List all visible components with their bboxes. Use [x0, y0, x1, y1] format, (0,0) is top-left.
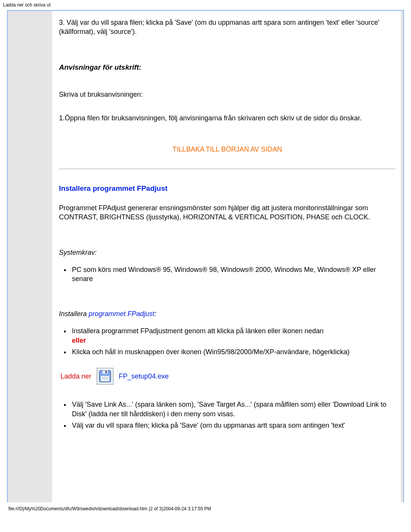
back-to-top-link[interactable]: TILLBAKA TILL BÖRJAN AV SIDAN	[59, 145, 395, 153]
back-to-top-text: TILLBAKA TILL BÖRJAN AV SIDAN	[172, 145, 282, 153]
divider	[59, 169, 395, 169]
install-prefix: Installera	[59, 310, 89, 318]
download-row: Ladda ner FP_setup04.exe	[61, 368, 395, 385]
download-file-link[interactable]: FP_setup04.exe	[119, 372, 169, 380]
page-header-title: Ladda ner och skriva ut	[3, 2, 51, 8]
list-item: Klicka och håll in musknappen över ikone…	[70, 347, 395, 356]
sysreq-item-text: PC som körs med Windows® 95, Windows® 98…	[72, 266, 376, 283]
page-header: Ladda ner och skriva ut	[0, 0, 411, 8]
sysreq-list: PC som körs med Windows® 95, Windows® 98…	[70, 265, 395, 284]
fpadjust-heading: Installera programmet FPadjust	[59, 184, 395, 193]
print-line-2: 1.Öppna filen för bruksanvisningen, följ…	[59, 113, 395, 123]
footer-text: file:///D|/My%20Documents/dfu/W9/swedish…	[8, 506, 211, 511]
post-bullet-0: Välj 'Save Link As...' (spara länken som…	[72, 401, 386, 417]
install-heading: Installera programmet FPadjust:	[59, 310, 395, 318]
floppy-disk-icon[interactable]	[97, 368, 113, 385]
content-area: 3. Välj var du vill spara filen; klicka …	[52, 11, 401, 502]
download-label: Ladda ner	[61, 372, 91, 380]
install-bullet-b: Klicka och håll in musknappen över ikone…	[72, 348, 349, 356]
post-download-list: Välj 'Save Link As...' (spara länken som…	[70, 400, 395, 430]
install-suffix: :	[155, 310, 156, 318]
list-item: Välj var du vill spara filen; klicka på …	[70, 421, 395, 430]
install-link[interactable]: programmet FPadjust	[89, 310, 155, 318]
print-line-1: Skriva ut bruksanvisningen:	[59, 90, 395, 99]
intro-step-3: 3. Välj var du vill spara filen; klicka …	[59, 18, 395, 37]
sysreq-heading: Systemkrav:	[59, 249, 395, 257]
print-heading: Anvisningar för utskrift:	[59, 63, 395, 72]
list-item: PC som körs med Windows® 95, Windows® 98…	[70, 265, 395, 284]
fpadjust-desc: Programmet FPAdjust genererar ensningsmö…	[59, 203, 395, 222]
list-item: Installera programmet FPadjustment genom…	[70, 326, 395, 345]
list-item: Välj 'Save Link As...' (spara länken som…	[70, 400, 395, 419]
svg-rect-3	[101, 376, 109, 381]
post-bullet-1: Välj var du vill spara filen; klicka på …	[72, 422, 345, 429]
outer-frame: 3. Välj var du vill spara filen; klicka …	[7, 10, 404, 502]
install-bullet-a: Installera programmet FPadjustment genom…	[72, 327, 323, 335]
svg-rect-2	[105, 371, 107, 373]
eller-text: eller	[72, 337, 86, 344]
svg-rect-1	[102, 371, 108, 374]
install-list: Installera programmet FPadjustment genom…	[70, 326, 395, 356]
footer-path: file:///D|/My%20Documents/dfu/W9/swedish…	[0, 502, 411, 514]
